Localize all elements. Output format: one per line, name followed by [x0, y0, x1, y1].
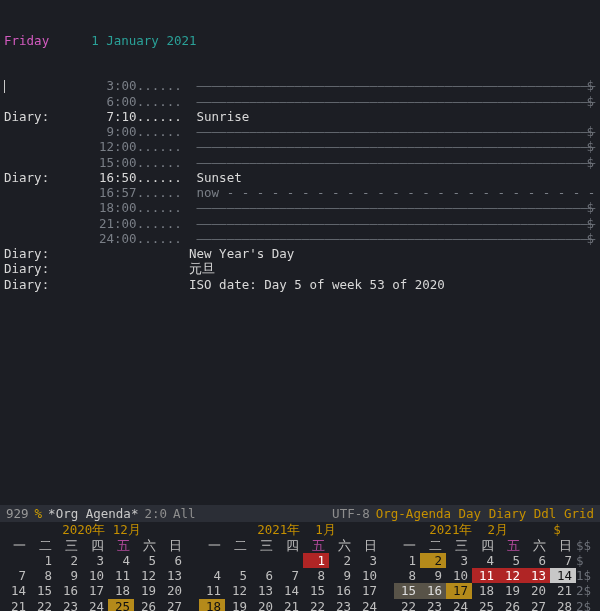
agenda-row[interactable]: 18:00...... ————————————————————————————… [4, 200, 596, 215]
calendar-day-cell[interactable]: 26 [134, 599, 160, 612]
calendar-day-cell[interactable]: 20 [160, 583, 186, 598]
calendar-day-cell[interactable]: 11 [472, 568, 498, 583]
calendar-day-cell[interactable]: 14 [4, 583, 30, 598]
calendar-day-cell[interactable]: 22 [303, 599, 329, 612]
calendar-day-cell[interactable]: 5 [134, 553, 160, 568]
calendar-day-cell[interactable]: 24 [446, 599, 472, 612]
calendar-day-cell[interactable]: 23 [329, 599, 355, 612]
calendar-day-cell[interactable]: 11 [199, 583, 225, 598]
calendar-day-cell[interactable]: 21 [277, 599, 303, 612]
calendar-day-cell[interactable]: 24 [82, 599, 108, 612]
agenda-row[interactable]: 9:00...... —————————————————————————————… [4, 124, 596, 139]
calendar-day-cell[interactable]: 19 [498, 583, 524, 598]
calendar-day-cell[interactable]: 4 [108, 553, 134, 568]
calendar-day-cell[interactable]: 1 [394, 553, 420, 568]
agenda-row[interactable]: Diary:New Year's Day [4, 246, 596, 261]
calendar-day-cell[interactable]: 2 [56, 553, 82, 568]
calendar-day-cell[interactable]: 19 [134, 583, 160, 598]
calendar-day-cell[interactable]: 21 [4, 599, 30, 612]
calendar-day-cell[interactable]: 27 [160, 599, 186, 612]
calendar-day-cell[interactable]: 14 [550, 568, 576, 583]
calendar-day-cell[interactable]: 25 [108, 599, 134, 612]
calendar-day-cell[interactable]: 7 [4, 568, 30, 583]
calendar-day-cell[interactable]: 2 [329, 553, 355, 568]
calendar-day-cell[interactable]: 13 [524, 568, 550, 583]
calendar-day-cell[interactable]: 8 [394, 568, 420, 583]
calendar-day-cell[interactable]: 4 [199, 568, 225, 583]
calendar-day-cell[interactable]: 14 [277, 583, 303, 598]
calendar-day-cell[interactable]: 3 [446, 553, 472, 568]
calendar-day-cell[interactable]: 16 [420, 583, 446, 598]
calendar-day-cell[interactable]: 12 [498, 568, 524, 583]
calendar-day-cell[interactable]: 10 [446, 568, 472, 583]
calendar-day-cell[interactable]: 3 [82, 553, 108, 568]
calendar-day-cell[interactable]: 13 [251, 583, 277, 598]
agenda-row[interactable]: Diary: 7:10...... Sunrise [4, 109, 596, 124]
calendar-day-cell[interactable]: 9 [329, 568, 355, 583]
calendar-day-cell[interactable]: 19 [225, 599, 251, 612]
calendar-day-cell[interactable]: 17 [82, 583, 108, 598]
calendar-day-cell[interactable]: 5 [498, 553, 524, 568]
agenda-row[interactable]: 3:00...... —————————————————————————————… [4, 78, 596, 93]
agenda-time: 15:00...... [99, 155, 189, 170]
calendar-day-cell[interactable]: 16 [56, 583, 82, 598]
calendar-day-cell[interactable]: 11 [108, 568, 134, 583]
calendar-day-cell[interactable]: 27 [524, 599, 550, 612]
calendar-day-cell[interactable]: 6 [160, 553, 186, 568]
calendar-day-cell[interactable]: 12 [225, 583, 251, 598]
calendar-day-cell[interactable]: 7 [277, 568, 303, 583]
calendar-day-cell[interactable]: 28 [550, 599, 576, 612]
calendar-day-cell[interactable]: 17 [355, 583, 381, 598]
calendar-day-cell[interactable]: 24 [355, 599, 381, 612]
calendar-day-cell[interactable]: 1 [303, 553, 329, 568]
calendar-day-cell[interactable]: 26 [498, 599, 524, 612]
calendar-day-cell[interactable]: 25 [472, 599, 498, 612]
agenda-row[interactable]: Diary:元旦 [4, 261, 596, 276]
agenda-modeline[interactable]: 929 % *Org Agenda* 2:0 All UTF-8 Org-Age… [0, 505, 600, 522]
calendar-day-cell[interactable]: 23 [56, 599, 82, 612]
calendar-day-cell[interactable]: 6 [251, 568, 277, 583]
calendar-day-cell[interactable]: 18 [472, 583, 498, 598]
agenda-row[interactable]: 15:00...... ————————————————————————————… [4, 155, 596, 170]
agenda-source [4, 155, 99, 170]
agenda-row[interactable]: Diary:ISO date: Day 5 of week 53 of 2020 [4, 277, 596, 292]
calendar-day-cell[interactable]: 22 [30, 599, 56, 612]
calendar-day-cell[interactable]: 15 [303, 583, 329, 598]
calendar-day-cell[interactable]: 10 [355, 568, 381, 583]
calendar-day-cell[interactable]: 10 [82, 568, 108, 583]
calendar-day-cell[interactable]: 8 [303, 568, 329, 583]
weekday-cell: 六 [524, 538, 550, 553]
calendar-day-cell[interactable]: 15 [30, 583, 56, 598]
agenda-row[interactable]: 12:00...... ————————————————————————————… [4, 139, 596, 154]
weekday-cell: 二 [30, 538, 56, 553]
agenda-row[interactable]: 6:00...... —————————————————————————————… [4, 94, 596, 109]
calendar-day-cell[interactable]: 7 [550, 553, 576, 568]
agenda-row[interactable]: 21:00...... ————————————————————————————… [4, 216, 596, 231]
calendar-day-cell[interactable]: 17 [446, 583, 472, 598]
calendar-day-cell[interactable]: 16 [329, 583, 355, 598]
calendar-day-cell[interactable]: 22 [394, 599, 420, 612]
calendar-day-cell[interactable]: 3 [355, 553, 381, 568]
calendar-day-cell[interactable]: 23 [420, 599, 446, 612]
calendar-day-cell[interactable]: 2 [420, 553, 446, 568]
calendar-day-cell[interactable]: 1 [30, 553, 56, 568]
calendar-day-cell[interactable]: 9 [420, 568, 446, 583]
calendar-day-cell[interactable]: 12 [134, 568, 160, 583]
calendar-day-cell[interactable]: 20 [524, 583, 550, 598]
agenda-row[interactable]: 24:00...... ————————————————————————————… [4, 231, 596, 246]
agenda-time [99, 261, 189, 276]
calendar-day-cell[interactable]: 18 [108, 583, 134, 598]
calendar-day-cell[interactable]: 13 [160, 568, 186, 583]
calendar-day-cell[interactable]: 18 [199, 599, 225, 612]
calendar-day-cell[interactable]: 4 [472, 553, 498, 568]
agenda-row[interactable]: 16:57...... now - - - - - - - - - - - - … [4, 185, 596, 200]
agenda-row[interactable]: Diary:16:50...... Sunset [4, 170, 596, 185]
calendar-pane[interactable]: 2020年 12月一二三四五六日 12345678910111213141516… [0, 522, 600, 611]
calendar-day-cell[interactable]: 6 [524, 553, 550, 568]
calendar-day-cell[interactable]: 8 [30, 568, 56, 583]
calendar-day-cell[interactable]: 9 [56, 568, 82, 583]
calendar-day-cell[interactable]: 15 [394, 583, 420, 598]
calendar-day-cell[interactable]: 5 [225, 568, 251, 583]
calendar-day-cell[interactable]: 20 [251, 599, 277, 612]
calendar-day-cell[interactable]: 21 [550, 583, 576, 598]
